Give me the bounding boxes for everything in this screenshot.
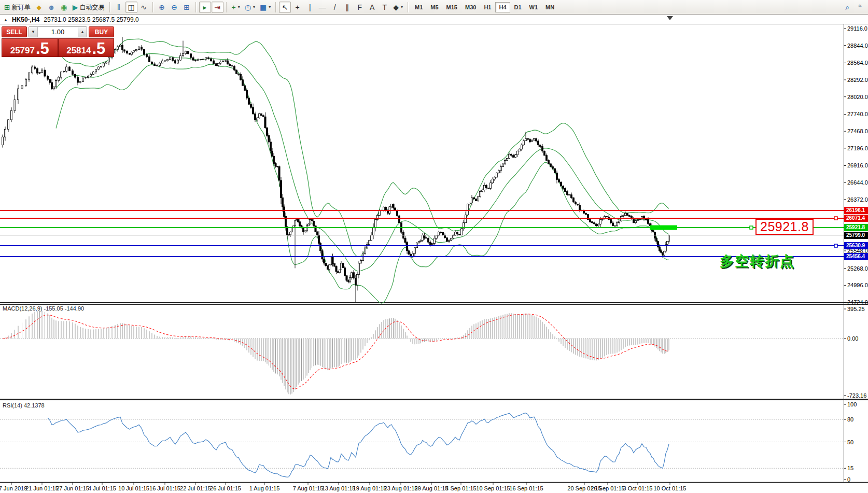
crosshair-button[interactable]: + [291,2,303,13]
chart-window-title: ▲ HK50-,H4 25731.0 25823.5 25687.5 25799… [4,16,139,23]
profile-button[interactable]: ☻ [46,2,58,13]
price-callout-label[interactable]: 25921.8 [755,219,814,235]
time-axis-label: 21 Jun 01:15 [25,485,59,491]
horizontal-line-button[interactable]: — [316,2,328,13]
auto-scroll-icon: ▸ [203,4,207,11]
ask-price-fraction: .5 [92,42,105,55]
sell-button[interactable]: SELL [2,26,27,37]
periods-button-caret-icon: ▾ [253,5,255,9]
price-level-tag: 26196.1 [844,207,868,214]
text-label-icon: T [382,4,387,11]
level-line-handle[interactable] [834,217,837,220]
text-button[interactable]: A [366,2,378,13]
tf-h1[interactable]: H1 [480,2,495,12]
cursor-button[interactable]: ↖ [279,2,291,13]
zoom-in-button[interactable]: ⊕ [156,2,168,13]
price-axis-label: 28292.0 [847,77,868,83]
price-axis-label: 27196.0 [847,145,868,151]
ask-price: 25814 .5 [58,39,114,57]
price-level-tag: 26071.4 [844,215,868,222]
chinese-annotation-text[interactable]: 多空转折点 [720,252,795,271]
templates-button[interactable]: ▦▾ [258,2,273,13]
tf-h4[interactable]: H4 [495,2,510,12]
channel-icon: ∥ [345,4,349,11]
time-axis-label: 26 Sep 01:15 [591,485,624,491]
tf-m1[interactable]: M1 [411,2,426,12]
time-axis-label: 16 Sep 01:15 [509,485,543,491]
rsi-axis-label: 80 [847,416,853,422]
toolbar-separator [195,2,197,12]
toolbar-separator [408,2,409,12]
zoom-out-button[interactable]: ⊖ [169,2,180,13]
chart-canvas[interactable] [0,0,868,493]
bar-chart-button[interactable]: ‖ [113,2,125,13]
symbol-search-button[interactable]: ⌕ [842,2,853,13]
macd-axis-label: -723.16 [847,392,866,399]
price-axis-label: 28020.0 [847,94,868,100]
channel-button[interactable]: ∥ [341,2,353,13]
arrows-button-caret-icon: ▾ [401,5,403,9]
autotrading-button[interactable]: ▶自动交易 [71,2,107,13]
rsi-axis-label: 50 [847,439,853,445]
auto-scroll-button[interactable]: ▸ [199,2,211,13]
tf-m15[interactable]: M15 [443,2,461,12]
time-axis-label: 4 Jul 01:15 [88,485,116,491]
timeframe-group: M1M5M15M30H1H4D1W1MN [411,2,558,12]
buy-button[interactable]: BUY [89,26,114,37]
tf-m5[interactable]: M5 [427,2,442,12]
tf-m30[interactable]: M30 [461,2,480,12]
fibonacci-icon: F [357,4,362,11]
tf-mn[interactable]: MN [542,2,558,12]
cursor-icon: ↖ [282,4,288,11]
bid-price: 25797 .5 [2,39,58,57]
vertical-line-button[interactable]: | [304,2,316,13]
level-line-handle[interactable] [750,226,753,229]
new-order-button[interactable]: ⊞新订单 [2,2,33,13]
fibonacci-button[interactable]: F [354,2,366,13]
tf-w1[interactable]: W1 [526,2,542,12]
level-highlight-marker[interactable] [650,226,677,230]
volume-field[interactable]: 1.00 [38,27,78,37]
macd-indicator-label: MACD(12,26,9) -155.05 -144.90 [3,305,84,312]
time-axis-label: 13 Aug 01:15 [322,485,356,491]
time-axis-label: 27 Jun 01:15 [56,485,89,491]
candlestick-chart-icon: ◫ [128,4,134,11]
eraser-button[interactable]: ⬥ [33,2,45,13]
periods-button[interactable]: ◷▾ [243,2,257,13]
rsi-indicator-label: RSI(14) 42.1378 [3,402,45,409]
toolbar-right-group: ⌕❝ [842,2,866,13]
scroll-group: ▸⇥ [199,2,223,13]
chart-shift-button[interactable]: ⇥ [212,2,223,13]
chat-button[interactable]: ❝ [854,2,866,13]
bar-chart-icon: ‖ [117,4,120,11]
time-axis-label: 7 Aug 01:15 [293,485,324,491]
trendline-button[interactable]: / [329,2,341,13]
current-price-tag: 25799.0 [844,232,868,239]
line-chart-button[interactable]: ∿ [138,2,150,13]
signals-icon: ◉ [61,4,67,11]
indicators-add-button-caret-icon: ▾ [238,5,240,9]
symbol-search-icon: ⌕ [846,4,850,11]
toolbar-separator [152,2,153,12]
time-axis-label: 22 Jul 01:15 [180,485,211,491]
tile-windows-button[interactable]: ⊞ [181,2,193,13]
autotrading-icon: ▶ [73,4,78,11]
price-level-tag: 25456.4 [844,253,868,260]
tf-d1[interactable]: D1 [511,2,525,12]
chart-type-group: ‖◫∿ [113,2,150,13]
signals-button[interactable]: ◉ [58,2,70,13]
level-line-handle[interactable] [834,244,837,247]
chart-symbol-period: HK50-,H4 [12,16,39,23]
indicators-add-button[interactable]: +▾ [230,2,242,13]
price-axis-label: 26372.0 [847,196,868,203]
candlestick-chart-button[interactable]: ◫ [125,2,137,13]
arrows-button[interactable]: ◆▾ [391,2,405,13]
text-label-button[interactable]: T [379,2,390,13]
main-toolbar: ⊞新订单⬥☻◉▶自动交易‖◫∿⊕⊖⊞▸⇥+▾◷▾▦▾↖+|—/∥FAT◆▾M1M… [0,0,868,15]
volume-decrease-button[interactable]: ▼ [29,27,38,37]
time-axis-label: 10 Sep 01:15 [476,485,510,491]
time-axis-label: 10 Jul 01:15 [118,485,149,491]
time-axis-label: 17 Jun 2019 [0,485,27,491]
volume-increase-button[interactable]: ▲ [78,27,87,37]
price-level-tag: 25630.9 [844,242,868,249]
